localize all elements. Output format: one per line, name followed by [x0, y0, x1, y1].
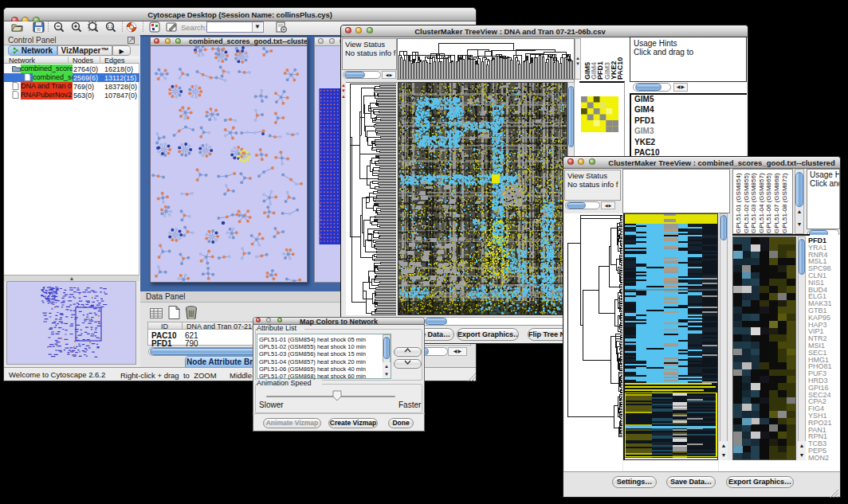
svg-text:GPL51-03 (GSM856): GPL51-03 (GSM856): [750, 173, 757, 233]
svg-text:GPL51-04 (GSM857): GPL51-04 (GSM857): [758, 173, 765, 233]
svg-text:PAC10: PAC10: [616, 57, 623, 80]
svg-text:GPL51-02 (GSM855): GPL51-02 (GSM855): [743, 173, 750, 233]
svg-text:GPL51-07 (GSM868): GPL51-07 (GSM868): [773, 173, 780, 233]
svg-text:GPL51-01 (GSM854): GPL51-01 (GSM854): [735, 173, 742, 233]
svg-text:GPL51-06 (GSM865): GPL51-06 (GSM865): [765, 173, 772, 233]
svg-text:GPL51-08 (GSM872): GPL51-08 (GSM872): [781, 173, 788, 233]
svg-text:1:1: 1:1: [108, 24, 113, 29]
